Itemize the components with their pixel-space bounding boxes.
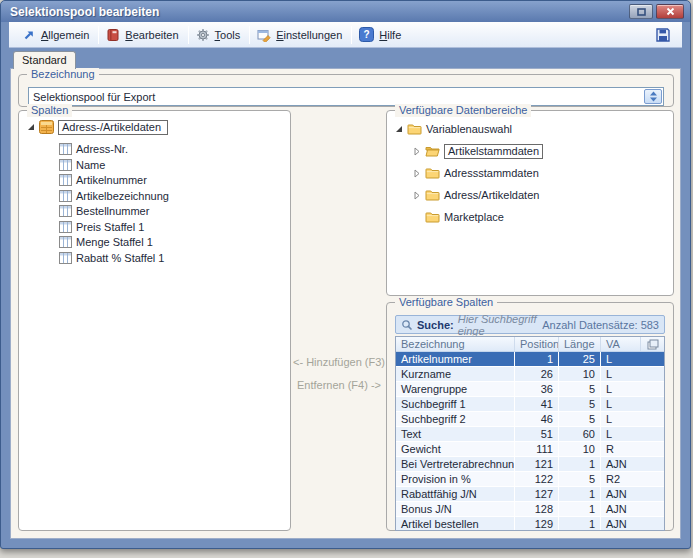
hilfe-label: Hilfe xyxy=(379,29,401,41)
datenbereiche-item-adress-artikeldaten[interactable]: Adress/Artikeldaten xyxy=(413,187,539,203)
datenbereiche-item-label: Adressstammdaten xyxy=(444,167,539,179)
combobox-spinner-button[interactable] xyxy=(644,89,662,104)
datenbereiche-groupbox: Verfügbare Datenbereiche Variablenauswah… xyxy=(386,110,674,296)
folder-icon xyxy=(425,167,440,179)
spalten-item-menge-staffel[interactable]: Menge Staffel 1 xyxy=(59,234,153,250)
bezeichnung-combobox[interactable]: Selektionspool für Export xyxy=(28,87,664,106)
restore-icon xyxy=(637,8,646,16)
titlebar[interactable]: Selektionspool bearbeiten xyxy=(1,1,690,22)
datenbereiche-root-item[interactable]: Variablenauswahl xyxy=(395,121,512,137)
hilfe-button[interactable]: ? Hilfe xyxy=(352,24,410,46)
search-icon xyxy=(401,319,413,331)
column-icon xyxy=(59,236,72,248)
updown-arrows-icon xyxy=(649,91,658,102)
tools-button[interactable]: Tools xyxy=(189,24,250,46)
close-button[interactable] xyxy=(656,4,684,19)
spalten-item-label: Preis Staffel 1 xyxy=(76,221,144,233)
header-position[interactable]: Position xyxy=(514,337,558,351)
search-bar[interactable]: Suche: Hier Suchbegriff einge Anzahl Dat… xyxy=(395,315,665,334)
spalten-root-label: Adress-/Artikeldaten xyxy=(58,120,168,135)
spalten-item-adress-nr[interactable]: Adress-Nr. xyxy=(59,141,128,157)
header-bezeichnung[interactable]: Bezeichnung xyxy=(396,337,514,351)
spalten-item-artikelbezeichnung[interactable]: Artikelbezeichnung xyxy=(59,188,169,204)
bezeichnung-groupbox: Bezeichnung Selektionspool für Export xyxy=(18,74,674,107)
spalten-item-rabatt-staffel[interactable]: Rabatt % Staffel 1 xyxy=(59,250,164,266)
column-icon xyxy=(59,159,72,171)
bezeichnung-value: Selektionspool für Export xyxy=(29,91,644,103)
add-columns-button[interactable]: <- Hinzufügen (F3) xyxy=(293,356,385,368)
expand-arrow-icon[interactable] xyxy=(395,125,403,133)
table-row[interactable]: Warengruppe365L xyxy=(396,382,664,397)
search-input[interactable]: Hier Suchbegriff einge xyxy=(458,313,539,337)
restore-button[interactable] xyxy=(629,4,653,19)
table-row[interactable]: Bonus J/N1281AJN xyxy=(396,502,664,517)
datenbereiche-group-label: Verfügbare Datenbereiche xyxy=(395,104,531,117)
header-laenge[interactable]: Länge xyxy=(558,337,600,351)
table-row[interactable]: Artikelnummer125L xyxy=(396,352,664,367)
bearbeiten-label: Bearbeiten xyxy=(125,29,178,41)
header-va[interactable]: VA xyxy=(600,337,640,351)
datenbereiche-root-label: Variablenauswahl xyxy=(426,123,512,135)
einstellungen-button[interactable]: Einstellungen xyxy=(250,24,351,46)
arrow-icon xyxy=(22,28,36,42)
tab-standard-label: Standard xyxy=(22,54,67,66)
table-header[interactable]: Bezeichnung Position Länge VA xyxy=(396,337,664,352)
column-icon xyxy=(59,221,72,233)
spalten-item-artikelnummer[interactable]: Artikelnummer xyxy=(59,172,147,188)
help-icon: ? xyxy=(359,27,374,42)
save-icon xyxy=(655,27,671,43)
settings-icon xyxy=(257,28,271,42)
table-row[interactable]: Suchbegriff 2465L xyxy=(396,412,664,427)
column-icon xyxy=(59,190,72,202)
column-icon xyxy=(59,205,72,217)
tab-standard[interactable]: Standard xyxy=(13,51,76,69)
open-folder-icon xyxy=(425,145,440,157)
einstellungen-label: Einstellungen xyxy=(276,29,342,41)
spalten-item-label: Artikelbezeichnung xyxy=(76,190,169,202)
datenbereiche-item-label: Adress/Artikeldaten xyxy=(444,189,539,201)
window-title: Selektionspool bearbeiten xyxy=(10,5,626,19)
spalten-item-name[interactable]: Name xyxy=(59,157,105,173)
column-icon xyxy=(59,174,72,186)
column-icon xyxy=(59,252,72,264)
svg-text:?: ? xyxy=(364,29,370,40)
content-panel: Bezeichnung Selektionspool für Export Sp… xyxy=(10,68,681,539)
table-row[interactable]: Rabattfähig J/N1271AJN xyxy=(396,487,664,502)
close-icon xyxy=(666,7,675,16)
table-row[interactable]: Kurzname2610L xyxy=(396,367,664,382)
table-row[interactable]: Gewicht11110R xyxy=(396,442,664,457)
table-row[interactable]: Bei Vertreterabrechnung berücksichtige12… xyxy=(396,457,664,472)
spalten-item-label: Name xyxy=(76,159,105,171)
column-chooser-icon xyxy=(647,339,659,350)
table-row[interactable]: Provision in %1225R2 xyxy=(396,472,664,487)
collapse-arrow-icon[interactable] xyxy=(413,147,421,156)
bezeichnung-group-label: Bezeichnung xyxy=(27,68,99,81)
allgemein-button[interactable]: Allgemein xyxy=(15,24,98,46)
columns-table: Bezeichnung Position Länge VA Artikelnum… xyxy=(395,336,665,531)
spalten-root-item[interactable]: Adress-/Artikeldaten xyxy=(27,119,168,135)
table-row[interactable]: Suchbegriff 1415L xyxy=(396,397,664,412)
spalten-item-label: Rabatt % Staffel 1 xyxy=(76,252,164,264)
table-row[interactable]: Artikel bestellen1291AJN xyxy=(396,517,664,531)
dataset-icon xyxy=(39,120,54,134)
datenbereiche-item-marketplace[interactable]: Marketplace xyxy=(425,209,504,225)
save-button[interactable] xyxy=(650,24,676,46)
datenbereiche-item-label: Marketplace xyxy=(444,211,504,223)
spalten-item-label: Bestellnummer xyxy=(76,205,149,217)
remove-columns-button[interactable]: Entfernen (F4) -> xyxy=(293,379,385,391)
expand-arrow-icon[interactable] xyxy=(27,123,35,131)
spalten-item-bestellnummer[interactable]: Bestellnummer xyxy=(59,203,149,219)
spalten-item-preis-staffel[interactable]: Preis Staffel 1 xyxy=(59,219,144,235)
bearbeiten-button[interactable]: Bearbeiten xyxy=(99,24,187,46)
datenbereiche-item-adressstammdaten[interactable]: Adressstammdaten xyxy=(413,165,539,181)
table-row[interactable]: Text5160L xyxy=(396,427,664,442)
column-chooser-button[interactable] xyxy=(640,337,664,351)
edit-icon xyxy=(106,28,120,42)
collapse-arrow-icon[interactable] xyxy=(413,169,421,178)
collapse-arrow-icon[interactable] xyxy=(413,191,421,200)
datenbereiche-item-artikelstammdaten[interactable]: Artikelstammdaten xyxy=(413,143,543,159)
remove-columns-label: Entfernen (F4) -> xyxy=(297,379,381,391)
folder-icon xyxy=(407,123,422,135)
spalten-item-label: Artikelnummer xyxy=(76,174,147,186)
verfuegbare-spalten-group-label: Verfügbare Spalten xyxy=(395,296,497,309)
